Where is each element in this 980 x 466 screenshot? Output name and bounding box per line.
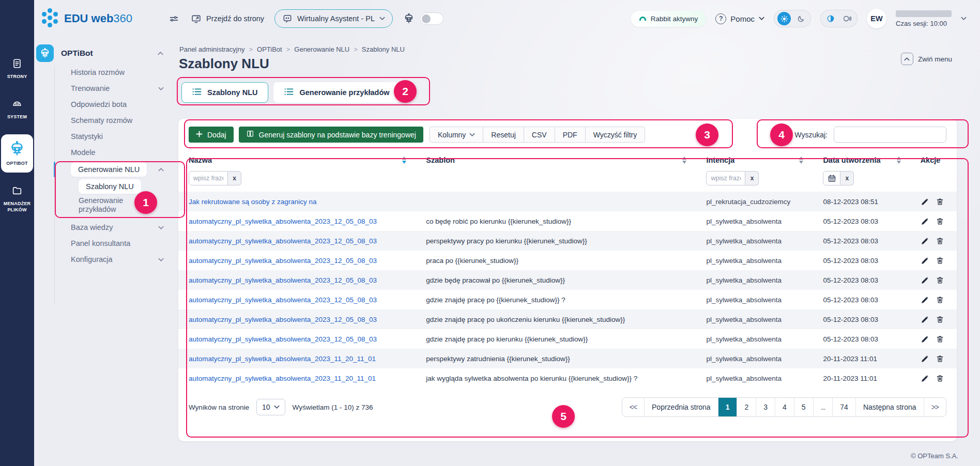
template-name-link[interactable]: Jak rekrutowane są osoby z zagranicy na [189, 198, 317, 206]
sidebar-item-odpowiedzi-bota[interactable]: Odpowiedzi bota [34, 97, 175, 113]
date-filter-button[interactable] [823, 171, 840, 185]
user-avatar[interactable]: EW [867, 9, 886, 28]
breadcrumb-item[interactable]: Generowanie NLU [294, 45, 349, 53]
template-name-link[interactable]: automatyczny_pl_sylwetka_absolwenta_2023… [189, 237, 377, 245]
next-page-button[interactable]: Następna strona [855, 398, 924, 416]
sort-icon[interactable] [682, 157, 686, 164]
sidebar-item-baza-wiedzy[interactable]: Baza wiedzy [34, 220, 175, 236]
edit-icon[interactable] [921, 276, 929, 285]
page-button-5[interactable]: 5 [794, 398, 813, 416]
dark-theme-icon[interactable] [794, 12, 807, 25]
assistant-selector[interactable]: Wirtualny Asystent - PL [274, 9, 393, 28]
breadcrumb-item[interactable]: Szablony NLU [362, 45, 405, 53]
edit-icon[interactable] [921, 374, 929, 383]
user-menu-chevron-icon[interactable] [961, 17, 967, 21]
template-name-link[interactable]: automatyczny_pl_sylwetka_absolwenta_2023… [189, 375, 376, 382]
edit-icon[interactable] [921, 237, 929, 245]
column-header-nazwa[interactable]: Nazwa [178, 151, 416, 169]
sidebar-item-statystyki[interactable]: Statystyki [34, 129, 175, 145]
app-logo[interactable]: EDU web360 [40, 8, 132, 29]
sort-icon[interactable] [799, 157, 803, 164]
edit-icon[interactable] [921, 296, 929, 304]
edit-icon[interactable] [921, 197, 929, 206]
delete-icon[interactable] [936, 335, 944, 344]
sidebar-item-historia-rozmów[interactable]: Historia rozmów [34, 65, 175, 81]
clear-filter-button[interactable]: x [228, 171, 241, 185]
delete-icon[interactable] [936, 315, 944, 324]
delete-icon[interactable] [936, 197, 944, 206]
reset-button[interactable]: Resetuj [483, 127, 524, 143]
contrast-icon[interactable] [824, 12, 837, 25]
column-header-data-utworzenia[interactable]: Data utworzenia [813, 151, 910, 169]
sidebar-item-konfiguracja[interactable]: Konfiguracja [34, 252, 175, 268]
previous-page-button[interactable]: Poprzednia strona [644, 398, 718, 416]
sidebar-item-modele[interactable]: Modele [34, 145, 175, 161]
rail-item-system[interactable]: SYSTEM [1, 94, 33, 124]
generate-templates-button[interactable]: Generuj szablony na podstawie bazy treni… [239, 127, 423, 143]
clear-filters-button[interactable]: Wyczyść filtry [585, 127, 646, 143]
template-name-link[interactable]: automatyczny_pl_sylwetka_absolwenta_2023… [189, 218, 377, 225]
delete-icon[interactable] [936, 354, 944, 363]
template-name-link[interactable]: automatyczny_pl_sylwetka_absolwenta_2023… [189, 316, 377, 323]
bot-toggle[interactable] [420, 12, 443, 25]
sidebar-item-szablony-nlu[interactable]: Szablony NLU [34, 178, 175, 195]
screen-reader-icon[interactable] [840, 12, 854, 25]
page-button-...[interactable]: ... [813, 398, 833, 416]
template-name-link[interactable]: automatyczny_pl_sylwetka_absolwenta_2023… [189, 257, 377, 265]
delete-icon[interactable] [936, 276, 944, 285]
delete-icon[interactable] [936, 237, 944, 245]
search-input[interactable] [834, 127, 946, 143]
clear-filter-button[interactable]: x [840, 171, 854, 185]
template-name-link[interactable]: automatyczny_pl_sylwetka_absolwenta_2023… [189, 296, 377, 304]
sidebar-section-header[interactable]: OPTiBot [36, 44, 171, 62]
delete-icon[interactable] [936, 217, 944, 226]
collapse-menu-button[interactable]: Zwiń menu [901, 53, 952, 65]
delete-icon[interactable] [936, 256, 944, 265]
tab-generowanie-przykładów[interactable]: Generowanie przykładów [273, 82, 400, 103]
edit-icon[interactable] [921, 315, 929, 324]
rail-item-menad-er-plik-w[interactable]: MENADŻER PLIKÓW [1, 181, 33, 217]
page-button-4[interactable]: 4 [775, 398, 794, 416]
column-header-intencja[interactable]: Intencja [696, 151, 813, 169]
template-name-link[interactable]: automatyczny_pl_sylwetka_absolwenta_2023… [189, 276, 377, 284]
last-page-button[interactable]: >> [924, 398, 946, 416]
page-button-74[interactable]: 74 [832, 398, 855, 416]
edit-icon[interactable] [921, 217, 929, 226]
page-button-3[interactable]: 3 [756, 398, 775, 416]
go-to-site-button[interactable]: Przejdź do strony [191, 13, 264, 24]
per-page-select[interactable]: 10 [256, 399, 285, 415]
sort-icon[interactable] [402, 157, 406, 164]
clear-filter-button[interactable]: x [745, 171, 759, 185]
delete-icon[interactable] [936, 374, 944, 383]
light-theme-icon[interactable] [777, 12, 791, 25]
add-button[interactable]: Dodaj [189, 127, 234, 143]
breadcrumb-item[interactable]: Panel administracyjny [179, 45, 244, 53]
column-filter-input[interactable] [706, 171, 745, 185]
column-header-szablon[interactable]: Szablon [416, 151, 696, 169]
rail-item-optibot[interactable]: OPTIBOT [1, 134, 33, 173]
sidebar-toggle-icon[interactable] [169, 13, 179, 24]
sidebar-item-generowanie-przykładów[interactable]: Generowanie przykładów [34, 195, 158, 215]
help-menu[interactable]: ? Pomoc [715, 13, 764, 24]
edit-icon[interactable] [921, 256, 929, 265]
csv-export-button[interactable]: CSV [524, 127, 555, 143]
tab-szablony-nlu[interactable]: Szablony NLU [181, 82, 268, 103]
sidebar-item-generowanie-nlu[interactable]: Generowanie NLU [34, 161, 175, 178]
page-button-1[interactable]: 1 [718, 398, 737, 416]
sidebar-item-panel-konsultanta[interactable]: Panel konsultanta [34, 236, 175, 252]
page-button-2[interactable]: 2 [737, 398, 756, 416]
template-name-link[interactable]: automatyczny_pl_sylwetka_absolwenta_2023… [189, 355, 376, 363]
breadcrumb-item[interactable]: OPTiBot [257, 45, 282, 53]
edit-icon[interactable] [921, 354, 929, 363]
sort-icon[interactable] [897, 157, 901, 164]
sidebar-item-trenowanie[interactable]: Trenowanie [34, 81, 175, 97]
column-filter-input[interactable] [189, 171, 228, 185]
first-page-button[interactable]: << [622, 398, 644, 416]
sidebar-item-schematy-rozmów[interactable]: Schematy rozmów [34, 113, 175, 129]
pdf-export-button[interactable]: PDF [555, 127, 586, 143]
delete-icon[interactable] [936, 296, 944, 304]
template-name-link[interactable]: automatyczny_pl_sylwetka_absolwenta_2023… [189, 335, 377, 343]
edit-icon[interactable] [921, 335, 929, 344]
rail-item-strony[interactable]: STRONY [1, 54, 33, 84]
columns-button[interactable]: Kolumny [430, 127, 483, 143]
